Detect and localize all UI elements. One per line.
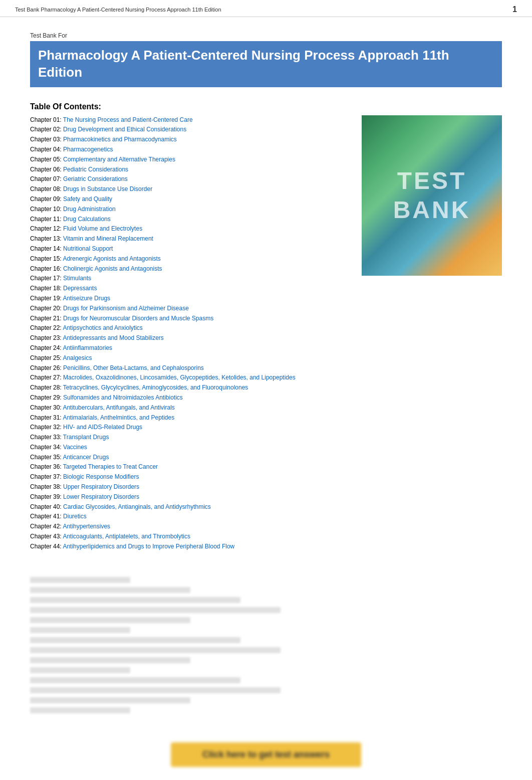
toc-link[interactable]: Drug Development and Ethical Considerati… (63, 126, 186, 133)
toc-link[interactable]: Lower Respiratory Disorders (63, 493, 139, 500)
book-cover-image: TESTBANK (362, 115, 502, 276)
blurred-section (30, 567, 502, 727)
toc-item: Chapter 15: Adrenergic Agonists and Anta… (30, 254, 352, 264)
main-content: Test Bank For Pharmacology A Patient-Cen… (0, 17, 532, 780)
toc-item: Chapter 40: Cardiac Glycosides, Antiangi… (30, 502, 352, 512)
toc-link[interactable]: Targeted Therapies to Treat Cancer (63, 463, 158, 470)
toc-link[interactable]: Pharmacogenetics (63, 146, 113, 153)
blur-line-11 (30, 677, 240, 683)
blur-line-13 (30, 697, 190, 703)
toc-item: Chapter 41: Diuretics (30, 512, 352, 522)
toc-link[interactable]: Nutritional Support (63, 245, 113, 252)
toc-link[interactable]: Stimulants (63, 275, 91, 282)
toc-link[interactable]: Tetracyclines, Glycylcyclines, Aminoglyc… (63, 384, 248, 391)
blur-line-2 (30, 587, 190, 593)
toc-link[interactable]: Cardiac Glycosides, Antianginals, and An… (63, 503, 211, 510)
book-cover-label: TESTBANK (393, 166, 471, 224)
toc-link[interactable]: Antiinflammatories (63, 344, 112, 351)
toc-link[interactable]: Antihyperlipidemics and Drugs to Improve… (63, 543, 234, 550)
blur-line-1 (30, 577, 130, 583)
toc-item: Chapter 16: Cholinergic Agonists and Ant… (30, 264, 352, 274)
toc-link[interactable]: Safety and Quality (63, 196, 112, 203)
toc-link[interactable]: Antiseizure Drugs (63, 295, 110, 302)
toc-link[interactable]: Adrenergic Agonists and Antagonists (63, 255, 160, 262)
header-title: Test Bank Pharmacology A Patient-Centere… (15, 7, 221, 13)
blur-line-10 (30, 667, 130, 673)
blur-line-6 (30, 627, 130, 633)
toc-link[interactable]: Vitamin and Mineral Replacement (63, 235, 153, 242)
toc-item: Chapter 18: Depressants (30, 284, 352, 294)
toc-item: Chapter 14: Nutritional Support (30, 244, 352, 254)
page-number: 1 (512, 5, 517, 14)
toc-link[interactable]: Depressants (63, 285, 97, 292)
toc-item: Chapter 37: Biologic Response Modifiers (30, 472, 352, 482)
toc-link[interactable]: Antipsychotics and Anxiolytics (63, 324, 142, 331)
toc-link[interactable]: Drug Administration (63, 206, 116, 213)
toc-link[interactable]: Fluid Volume and Electrolytes (63, 225, 142, 232)
toc-item: Chapter 42: Antihypertensives (30, 522, 352, 532)
toc-link[interactable]: Analgesics (63, 354, 92, 361)
toc-item: Chapter 19: Antiseizure Drugs (30, 294, 352, 304)
blur-line-8 (30, 647, 281, 653)
toc-section: Table Of Contents: Chapter 01: The Nursi… (30, 102, 502, 552)
toc-link[interactable]: Drugs in Substance Use Disorder (63, 185, 152, 192)
blur-line-4 (30, 607, 281, 613)
cta-button[interactable]: Click here to get test answers (171, 742, 361, 767)
toc-item: Chapter 25: Analgesics (30, 353, 352, 363)
blur-line-12 (30, 687, 281, 693)
toc-item: Chapter 21: Drugs for Neuromuscular Diso… (30, 314, 352, 324)
toc-link[interactable]: Diuretics (63, 513, 87, 520)
toc-item: Chapter 20: Drugs for Parkinsonism and A… (30, 304, 352, 314)
book-title: Pharmacology A Patient-Centered Nursing … (30, 41, 502, 87)
toc-link[interactable]: Upper Respiratory Disorders (63, 483, 139, 490)
toc-item: Chapter 17: Stimulants (30, 274, 352, 284)
toc-link[interactable]: Pediatric Considerations (63, 166, 128, 173)
toc-item: Chapter 10: Drug Administration (30, 205, 352, 215)
toc-item: Chapter 27: Macrolides, Oxazolidinones, … (30, 373, 352, 383)
toc-item: Chapter 44: Antihyperlipidemics and Drug… (30, 542, 352, 552)
toc-link[interactable]: Complementary and Alternative Therapies (63, 156, 175, 163)
toc-item: Chapter 04: Pharmacogenetics (30, 145, 352, 155)
toc-link[interactable]: HIV- and AIDS-Related Drugs (63, 424, 142, 431)
toc-link[interactable]: Antimalarials, Anthelmintics, and Peptid… (63, 414, 174, 421)
toc-link[interactable]: Vaccines (63, 444, 87, 451)
blur-line-14 (30, 707, 130, 713)
toc-item: Chapter 43: Anticoagulants, Antiplatelet… (30, 532, 352, 542)
toc-link[interactable]: The Nursing Process and Patient-Centered… (63, 116, 193, 123)
toc-link[interactable]: Geriatric Considerations (63, 175, 128, 182)
toc-link[interactable]: Transplant Drugs (63, 434, 109, 441)
toc-link[interactable]: Sulfonamides and Nitroimidazoles Antibio… (63, 394, 183, 401)
toc-link[interactable]: Antituberculars, Antifungals, and Antivi… (63, 404, 174, 411)
toc-link[interactable]: Biologic Response Modifiers (63, 473, 139, 480)
toc-link[interactable]: Penicillins, Other Beta-Lactams, and Cep… (63, 364, 204, 371)
toc-item: Chapter 01: The Nursing Process and Pati… (30, 115, 352, 125)
toc-link[interactable]: Anticancer Drugs (63, 454, 109, 461)
blur-line-9 (30, 657, 190, 663)
toc-item: Chapter 06: Pediatric Considerations (30, 165, 352, 175)
toc-link[interactable]: Antihypertensives (63, 523, 110, 530)
toc-item: Chapter 12: Fluid Volume and Electrolyte… (30, 224, 352, 234)
toc-item: Chapter 03: Pharmacokinetics and Pharmac… (30, 135, 352, 145)
toc-item: Chapter 23: Antidepressants and Mood Sta… (30, 333, 352, 343)
toc-link[interactable]: Anticoagulants, Antiplatelets, and Throm… (63, 533, 190, 540)
toc-link[interactable]: Drug Calculations (63, 216, 111, 223)
toc-list: Chapter 01: The Nursing Process and Pati… (30, 115, 352, 552)
toc-item: Chapter 28: Tetracyclines, Glycylcycline… (30, 383, 352, 393)
toc-item: Chapter 09: Safety and Quality (30, 194, 352, 205)
blur-line-5 (30, 617, 190, 623)
toc-item: Chapter 05: Complementary and Alternativ… (30, 155, 352, 165)
toc-item: Chapter 13: Vitamin and Mineral Replacem… (30, 234, 352, 244)
toc-heading: Table Of Contents: (30, 102, 502, 111)
toc-item: Chapter 02: Drug Development and Ethical… (30, 125, 352, 135)
toc-link[interactable]: Pharmacokinetics and Pharmacodynamics (63, 136, 177, 143)
toc-link[interactable]: Macrolides, Oxazolidinones, Lincosamides… (63, 374, 296, 381)
toc-item: Chapter 30: Antituberculars, Antifungals… (30, 403, 352, 413)
toc-link[interactable]: Drugs for Parkinsonism and Alzheimer Dis… (63, 305, 189, 312)
toc-link[interactable]: Antidepressants and Mood Stabilizers (63, 334, 163, 341)
toc-item: Chapter 11: Drug Calculations (30, 215, 352, 225)
toc-link[interactable]: Cholinergic Agonists and Antagonists (63, 265, 162, 272)
toc-link[interactable]: Drugs for Neuromuscular Disorders and Mu… (63, 315, 213, 322)
toc-item: Chapter 22: Antipsychotics and Anxiolyti… (30, 323, 352, 333)
toc-item: Chapter 31: Antimalarials, Anthelmintics… (30, 413, 352, 423)
toc-item: Chapter 26: Penicillins, Other Beta-Lact… (30, 363, 352, 373)
